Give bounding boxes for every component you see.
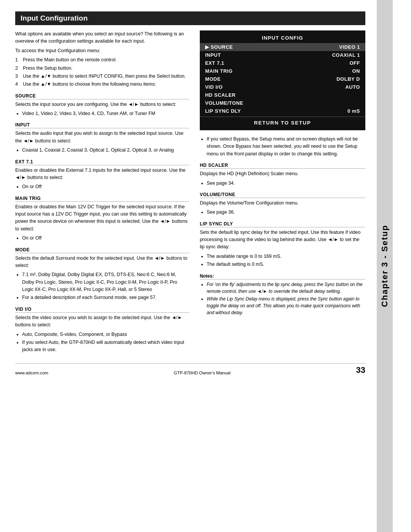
section-input-bullets: Coaxial 1, Coaxial 2, Coaxial 3, Optical… [22,147,189,154]
list-item: See page 36. [207,209,365,216]
section-hd-scaler-text: Displays the HD (High Definition) Scaler… [200,170,365,177]
menu-return-label: RETURN TO SETUP [200,117,365,127]
menu-row-lip-sync: LIP SYNC DLY 0 mS [200,107,365,115]
menu-value-input: COAXIAL 1 [332,52,360,58]
list-item: Auto, Composite, S-video, Component, or … [22,331,189,338]
step-3: 3Use the ▲/▼ buttons to select INPUT CON… [15,73,189,80]
right-tab-label: Chapter 3 - Setup [380,225,390,307]
menu-row-source: ▶SOURCE VIDEO 1 [200,43,365,51]
section-lip-sync-bullets: The available range is 0 to 169 mS. The … [207,253,365,268]
page-container: Input Configuration What options are ava… [0,0,411,532]
list-item: On or Off [22,183,189,190]
intro-text: What options are available when you sele… [15,30,189,45]
left-column: What options are available when you sele… [15,30,189,356]
menu-row-main-trig: MAIN TRIG ON [200,67,365,75]
menu-row-volume-tone: VOLUME/TONE [200,99,365,107]
menu-label-lip-sync: LIP SYNC DLY [205,108,241,114]
menu-label-vid-io: VID I/O [205,84,223,90]
step-1: 1Press the Main button on the remote con… [15,56,189,64]
notes-item-2: While the Lip Sync Delay menu is display… [207,296,365,316]
right-column: INPUT CONFIG ▶SOURCE VIDEO 1 INPUT COAXI… [200,30,365,356]
menu-value-mode: DOLBY D [336,76,360,82]
access-label: To access the Input Configuration menu: [15,47,189,54]
menu-title: INPUT CONFIG [200,34,365,43]
page-number: 33 [356,365,365,375]
menu-row-input: INPUT COAXIAL 1 [200,51,365,59]
step-2: 2Press the Setup button. [15,65,189,72]
section-ext71-bullets: On or Off [22,183,189,190]
menu-row-ext71: EXT 7.1 OFF [200,59,365,67]
notes-heading: Notes: [200,273,365,280]
list-item: Coaxial 1, Coaxial 2, Coaxial 3, Optical… [22,147,189,154]
menu-label-main-trig: MAIN TRIG [205,68,233,74]
section-mode-text: Selects the default Surround mode for th… [15,255,189,270]
section-source-text: Selects the input source you are configu… [15,101,189,108]
section-lip-sync-heading: LIP SYNC DLY [200,221,365,227]
menu-label-hd-scaler: HD SCALER [205,92,236,98]
list-item: For a detailed description of each Surro… [22,294,189,301]
menu-value-vid-io: AUTO [345,84,360,90]
list-item: 7.1 m², Dolby Digital, Dolby Digital EX,… [22,271,189,293]
section-main-trig-text: Enables or disables the Main 12V DC Trig… [15,203,189,233]
menu-label-source: ▶SOURCE [205,44,233,50]
step-4: 4Use the ▲/▼ buttons to choose from the … [15,81,189,88]
list-item: Video 1, Video 2, Video 3, Video 4, CD, … [22,110,189,117]
menu-row-mode: MODE DOLBY D [200,75,365,83]
bypass-text: If you select Bypass, the Setup menu and… [207,136,365,158]
notes-item-1: For 'on the fly' adjustments to the lip … [207,281,365,295]
footer-website: www.adcom.com [15,371,48,375]
menu-value-main-trig: ON [352,68,360,74]
menu-row-vid-io: VID I/O AUTO [200,83,365,91]
section-volume-tone-heading: VOLUME/TONE [200,192,365,198]
menu-label-ext71: EXT 7.1 [205,60,224,66]
list-item: On or Off [22,235,189,242]
menu-value-lip-sync: 0 mS [347,108,360,114]
menu-value-source: VIDEO 1 [339,44,360,50]
menu-label-volume-tone: VOLUME/TONE [205,100,244,106]
section-input-text: Selects the audio input that you wish to… [15,130,189,145]
list-item: If you select Auto, the GTP-870HD will a… [22,339,189,354]
right-tab: Chapter 3 - Setup [377,0,393,532]
section-source-heading: SOURCE [15,93,189,99]
page-footer: www.adcom.com GTP-870HD Owner's Manual 3… [15,363,365,375]
main-content: Input Configuration What options are ava… [0,0,377,532]
menu-label-mode: MODE [205,76,221,82]
section-hd-scaler-heading: HD SCALER [200,163,365,169]
arrow-icon: ▶ [205,44,209,50]
section-vid-io-heading: VID I/O [15,307,189,313]
section-main-trig-bullets: On or Off [22,235,189,242]
section-vid-io-text: Selects the video source you wish to ass… [15,314,189,329]
menu-row-hd-scaler: HD SCALER [200,91,365,99]
steps-list: 1Press the Main button on the remote con… [15,56,189,88]
menu-value-ext71: OFF [350,60,360,66]
menu-panel: INPUT CONFIG ▶SOURCE VIDEO 1 INPUT COAXI… [200,30,365,130]
section-mode-heading: MODE [15,247,189,253]
section-ext71-heading: EXT 7.1 [15,159,189,165]
list-item: The available range is 0 to 169 mS. [207,253,365,260]
section-input-heading: INPUT [15,122,189,128]
section-hd-scaler-bullets: See page 34. [207,180,365,187]
list-item: See page 34. [207,180,365,187]
section-volume-tone-bullets: See page 36. [207,209,365,216]
section-main-trig-heading: MAIN TRIG [15,196,189,202]
bypass-list: If you select Bypass, the Setup menu and… [207,136,365,158]
section-vid-io-bullets: Auto, Composite, S-video, Component, or … [22,331,189,354]
section-mode-bullets: 7.1 m², Dolby Digital, Dolby Digital EX,… [22,271,189,302]
section-ext71-text: Enables or disables the External 7.1 inp… [15,167,189,182]
section-source-bullets: Video 1, Video 2, Video 3, Video 4, CD, … [22,110,189,117]
section-lip-sync-text: Sets the default lip sync delay for the … [200,229,365,251]
list-item: The default setting is 0 mS. [207,261,365,268]
notes-list: For 'on the fly' adjustments to the lip … [207,281,365,316]
two-column-layout: What options are available when you sele… [15,30,365,356]
page-title: Input Configuration [15,11,365,25]
menu-label-input: INPUT [205,52,221,58]
footer-manual: GTP-870HD Owner's Manual [174,371,231,375]
section-volume-tone-text: Displays the Volume/Tone Configuration m… [200,200,365,207]
